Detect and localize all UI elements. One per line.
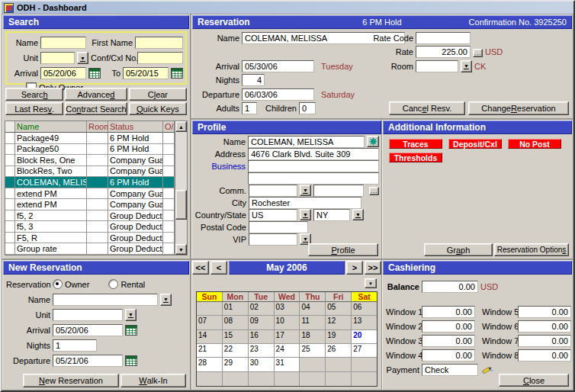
- resv-departure-field[interactable]: 06/03/06: [242, 88, 314, 101]
- calendar-day[interactable]: 23: [249, 344, 275, 358]
- comm-ellipsis-button[interactable]: ...: [369, 187, 379, 195]
- nr-name-dropdown-button[interactable]: ▼: [160, 294, 172, 306]
- calendar-day[interactable]: 22: [223, 344, 249, 358]
- last-resv-button[interactable]: Last Resv.: [5, 102, 63, 115]
- nr-name-field[interactable]: [53, 294, 158, 306]
- country-field[interactable]: US: [249, 209, 297, 221]
- calendar-day[interactable]: 16: [249, 330, 275, 344]
- calendar-day[interactable]: 12: [326, 316, 352, 329]
- calendar-day[interactable]: 29: [223, 358, 249, 371]
- calendar-day[interactable]: 07: [197, 316, 223, 329]
- address-field[interactable]: 4676 Clark Blvd. Suite 309: [248, 148, 379, 160]
- nr-arrival-field[interactable]: 05/20/06: [53, 324, 123, 336]
- clear-button[interactable]: Clear: [129, 88, 187, 101]
- column-header-room[interactable]: Room: [87, 121, 108, 133]
- search-unit-input[interactable]: [40, 52, 75, 64]
- column-header-oa[interactable]: O/A: [163, 121, 175, 133]
- children-field[interactable]: 0: [299, 102, 316, 114]
- calendar-day[interactable]: 01: [223, 302, 249, 316]
- calendar-view-dropdown-button[interactable]: ▼: [365, 278, 377, 288]
- calendar-day[interactable]: 13: [352, 316, 377, 329]
- new-reservation-button[interactable]: New Reservation: [23, 374, 119, 387]
- balance-field[interactable]: 0.00: [422, 281, 478, 293]
- country-dropdown-button[interactable]: ▼: [300, 209, 311, 220]
- table-row[interactable]: f5, 2Group Deduct: [5, 210, 175, 222]
- calendar-day[interactable]: 09: [249, 316, 275, 329]
- payment-field[interactable]: Check: [422, 364, 478, 376]
- prev-month-button[interactable]: <: [210, 261, 227, 275]
- state-field[interactable]: NY: [313, 209, 350, 221]
- window-amount-field[interactable]: 0.00: [422, 320, 475, 333]
- no-post-lamp[interactable]: No Post: [508, 139, 561, 149]
- change-reservation-button[interactable]: Change Reservation: [468, 101, 569, 115]
- room-field[interactable]: [416, 60, 458, 72]
- calendar-icon[interactable]: [125, 325, 137, 336]
- calendar-day[interactable]: 19: [326, 330, 352, 344]
- calendar-day[interactable]: 14: [197, 330, 223, 344]
- window-amount-field[interactable]: 0.00: [518, 320, 571, 333]
- table-row[interactable]: F5, RGroup Deduct: [5, 233, 175, 244]
- column-header-status[interactable]: Status: [108, 121, 163, 133]
- profile-search-icon[interactable]: [367, 136, 379, 147]
- table-row[interactable]: Package496 PM Hold: [5, 133, 175, 144]
- nr-unit-dropdown-button[interactable]: ▼: [125, 309, 137, 321]
- cancel-resv-button[interactable]: Cancel Resv.: [389, 101, 465, 115]
- business-field[interactable]: [248, 160, 379, 172]
- calendar-day[interactable]: 02: [249, 302, 275, 316]
- calendar-day[interactable]: 04: [300, 302, 326, 316]
- rental-radio[interactable]: [108, 279, 118, 289]
- scroll-down-button[interactable]: ▼: [175, 244, 187, 255]
- table-row[interactable]: f5, 3Group Deduct: [5, 221, 175, 233]
- calendar-day[interactable]: 24: [275, 344, 300, 358]
- search-name-input[interactable]: [40, 37, 86, 49]
- comm-dropdown-button[interactable]: ▼: [300, 185, 311, 196]
- nights-field[interactable]: 4: [242, 74, 265, 86]
- calendar-day[interactable]: 28: [197, 358, 223, 371]
- advanced-button[interactable]: Advanced: [65, 88, 127, 101]
- calendar-day[interactable]: 05: [326, 302, 352, 316]
- table-row[interactable]: Block Res, OneCompany Guara: [5, 155, 175, 166]
- profile-button[interactable]: Profile: [308, 243, 378, 256]
- column-header-name[interactable]: Name: [15, 121, 87, 133]
- rate-field[interactable]: 225.00: [416, 46, 471, 58]
- table-row[interactable]: Group rateGroup Deduct: [5, 243, 175, 255]
- calendar-day[interactable]: 18: [300, 330, 326, 344]
- calendar-day[interactable]: 03: [275, 302, 300, 316]
- deposit-cxl-lamp[interactable]: Deposit/Cxl: [448, 139, 502, 149]
- search-to-input[interactable]: 05/20/15: [123, 67, 169, 79]
- window-amount-field[interactable]: 0.00: [518, 335, 571, 347]
- room-dropdown-button[interactable]: ▼: [461, 60, 472, 72]
- calendar-day[interactable]: 31: [275, 358, 300, 371]
- next-year-button[interactable]: >>: [365, 261, 381, 275]
- resv-arrival-field[interactable]: 05/30/06: [242, 60, 314, 72]
- calendar-day[interactable]: 25: [300, 344, 326, 358]
- window-amount-field[interactable]: 0.00: [422, 306, 475, 318]
- window-amount-field[interactable]: 0.00: [422, 335, 475, 347]
- quick-keys-button[interactable]: Quick Keys: [129, 102, 187, 115]
- calendar-icon[interactable]: [125, 355, 137, 366]
- calendar-icon[interactable]: [171, 68, 183, 79]
- nr-departure-field[interactable]: 05/21/06: [53, 355, 123, 367]
- table-row[interactable]: extend PMCompany Guara: [5, 188, 175, 200]
- table-row[interactable]: Package506 PM Hold: [5, 144, 175, 156]
- unit-dropdown-button[interactable]: ▼: [77, 52, 88, 64]
- postal-code-field[interactable]: [249, 221, 308, 233]
- calendar-icon[interactable]: [88, 68, 101, 79]
- calendar-day[interactable]: 10: [275, 316, 300, 329]
- search-button[interactable]: Search: [5, 88, 63, 101]
- table-row[interactable]: BlockRes, TwoCompany Guara: [5, 166, 175, 178]
- table-row[interactable]: extend PMCompany Guara: [5, 199, 175, 210]
- close-button[interactable]: Close: [499, 374, 569, 387]
- calendar-day[interactable]: 27: [352, 344, 377, 358]
- nr-unit-field[interactable]: [53, 309, 123, 321]
- business-label[interactable]: Business: [194, 162, 246, 171]
- calendar-day[interactable]: 08: [223, 316, 249, 329]
- calendar-day[interactable]: 06: [352, 302, 377, 316]
- payment-edit-icon[interactable]: [480, 365, 494, 375]
- calendar-day[interactable]: 30: [249, 358, 275, 371]
- scroll-track[interactable]: [175, 132, 187, 244]
- rate-code-field[interactable]: [416, 32, 471, 44]
- nr-nights-field[interactable]: 1: [53, 339, 97, 352]
- owner-radio[interactable]: [53, 279, 63, 289]
- scroll-up-button[interactable]: ▲: [175, 121, 187, 132]
